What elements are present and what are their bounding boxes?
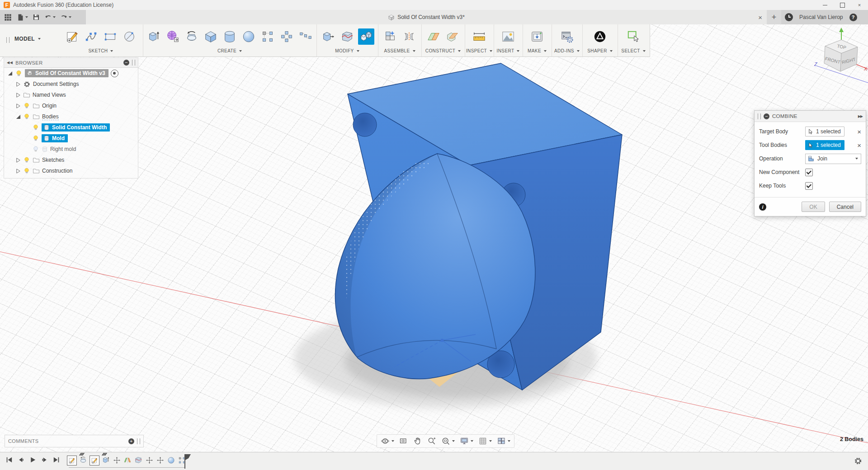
ok-button[interactable]: OK — [802, 202, 825, 212]
workspace-selector[interactable]: MODEL — [14, 36, 41, 42]
tool-bodies-clear-icon[interactable]: × — [857, 142, 861, 149]
timeline-feature-split-body-icon[interactable] — [134, 456, 143, 465]
sphere-icon[interactable] — [241, 28, 257, 45]
press-pull-icon[interactable] — [320, 28, 336, 45]
activate-component-radio[interactable] — [111, 70, 118, 77]
job-status-icon[interactable] — [785, 13, 793, 21]
tab-insert[interactable]: INSERT — [497, 48, 520, 53]
browser-minimize-icon[interactable]: − — [123, 60, 129, 66]
box-icon[interactable] — [203, 28, 219, 45]
browser-item-construction[interactable]: Construction — [4, 165, 138, 176]
browser-drag-handle[interactable] — [132, 60, 135, 66]
tab-make[interactable]: MAKE — [528, 48, 547, 53]
save-button[interactable] — [33, 14, 40, 21]
timeline-playhead[interactable] — [184, 454, 185, 469]
info-icon[interactable]: i — [759, 203, 766, 211]
rectangular-pattern-icon[interactable] — [259, 28, 276, 45]
keep-tools-checkbox[interactable] — [805, 182, 813, 190]
browser-item-origin[interactable]: Origin — [4, 100, 138, 111]
tab-inspect[interactable]: INSPECT — [466, 48, 492, 53]
maximize-button[interactable] — [834, 0, 851, 10]
rectangle-icon[interactable] — [102, 28, 118, 45]
browser-item-sketches[interactable]: Sketches — [4, 155, 138, 165]
insert-image-icon[interactable] — [500, 28, 516, 45]
joint-icon[interactable] — [401, 28, 417, 45]
tab-assemble[interactable]: ASSEMBLE — [384, 48, 415, 53]
measure-icon[interactable] — [471, 28, 487, 45]
app-grid-icon[interactable] — [4, 13, 12, 22]
dialog-collapse-icon[interactable]: − — [764, 113, 769, 119]
create-form-icon[interactable] — [165, 28, 181, 45]
timeline-feature-extrude-icon[interactable] — [101, 456, 110, 465]
close-button[interactable]: × — [851, 0, 868, 10]
operation-dropdown[interactable]: Join — [805, 154, 861, 164]
circular-pattern-icon[interactable] — [278, 28, 295, 45]
timeline-feature-mirror-icon[interactable] — [123, 456, 132, 465]
timeline-feature-sketch-icon[interactable] — [90, 456, 99, 465]
display-settings-icon[interactable] — [460, 437, 473, 446]
look-at-icon[interactable] — [399, 437, 408, 446]
timeline-feature-sketch-icon[interactable] — [67, 456, 77, 465]
zoom-icon[interactable] — [427, 437, 436, 446]
browser-root-item[interactable]: Solid Of Constant Width v3 — [4, 68, 138, 79]
scripts-addins-icon[interactable] — [559, 28, 575, 45]
cancel-button[interactable]: Cancel — [829, 202, 861, 212]
redo-button[interactable] — [60, 14, 71, 21]
browser-item-named-views[interactable]: Named Views — [4, 89, 138, 100]
tab-addins[interactable]: ADD-INS — [554, 48, 580, 53]
combine-icon[interactable] — [358, 28, 374, 45]
dialog-drag-handle[interactable] — [758, 113, 761, 119]
undo-button[interactable] — [44, 14, 56, 21]
offset-plane-icon[interactable] — [425, 28, 442, 45]
browser-item-solid-constant-width[interactable]: Solid Constant Width — [4, 122, 138, 133]
midplane-icon[interactable] — [444, 28, 461, 45]
revolve-icon[interactable] — [184, 28, 200, 45]
help-icon[interactable]: ? — [849, 14, 857, 21]
tab-modify[interactable]: MODIFY — [335, 48, 359, 53]
orbit-icon[interactable] — [381, 437, 394, 446]
browser-item-right-mold[interactable]: Right mold — [4, 144, 138, 155]
browser-item-mold[interactable]: Mold — [4, 133, 138, 144]
3d-print-icon[interactable] — [529, 28, 545, 45]
user-name[interactable]: Pascal Van Lierop — [799, 14, 843, 20]
tab-select[interactable]: SELECT — [621, 48, 645, 53]
tab-create[interactable]: CREATE — [217, 48, 242, 53]
timeline-play-button[interactable] — [29, 456, 37, 464]
fit-icon[interactable] — [441, 437, 455, 446]
create-sketch-icon[interactable] — [64, 28, 80, 45]
new-document-tab-button[interactable]: + — [767, 10, 781, 24]
browser-item-bodies[interactable]: Bodies — [4, 111, 138, 122]
grid-settings-icon[interactable] — [478, 437, 492, 446]
browser-item-document-settings[interactable]: Document Settings — [4, 79, 138, 89]
tab-sketch[interactable]: SKETCH — [89, 48, 113, 53]
shaper-utilities-icon[interactable] — [592, 28, 608, 45]
pan-icon[interactable] — [413, 437, 422, 446]
target-body-selection[interactable]: 1 selected — [805, 127, 844, 136]
timeline-settings-gear-icon[interactable] — [854, 456, 863, 465]
cylinder-icon[interactable] — [222, 28, 238, 45]
comments-add-icon[interactable]: + — [128, 438, 134, 444]
timeline-go-to-end-button[interactable] — [52, 456, 60, 464]
document-tab[interactable]: Solid Of Constant Width v3* × — [86, 10, 767, 24]
spline-icon[interactable] — [83, 28, 99, 45]
timeline-step-forward-button[interactable] — [41, 456, 48, 464]
file-menu-button[interactable] — [17, 14, 28, 21]
minimize-button[interactable] — [816, 0, 834, 10]
extrude-icon[interactable] — [146, 28, 162, 45]
select-icon[interactable] — [625, 28, 642, 45]
timeline-feature-sphere-icon[interactable] — [166, 456, 175, 465]
new-component-checkbox[interactable] — [805, 169, 813, 176]
new-component-icon[interactable] — [382, 28, 398, 45]
pattern-on-path-icon[interactable] — [297, 28, 314, 45]
tool-bodies-selection[interactable]: 1 selected — [805, 140, 844, 150]
comments-drag-handle[interactable] — [137, 438, 140, 444]
view-cube[interactable]: TOP FRONT RIGHT Z X — [811, 27, 868, 87]
circle-icon[interactable] — [121, 28, 137, 45]
timeline-feature-move-icon[interactable] — [112, 456, 121, 465]
document-tab-close-icon[interactable]: × — [758, 14, 762, 21]
split-body-icon[interactable] — [339, 28, 355, 45]
timeline-feature-move-icon[interactable] — [156, 456, 165, 465]
timeline-feature-move-icon[interactable] — [145, 456, 154, 465]
tab-construct[interactable]: CONSTRUCT — [425, 48, 461, 53]
comments-bar[interactable]: COMMENTS + — [5, 435, 144, 447]
